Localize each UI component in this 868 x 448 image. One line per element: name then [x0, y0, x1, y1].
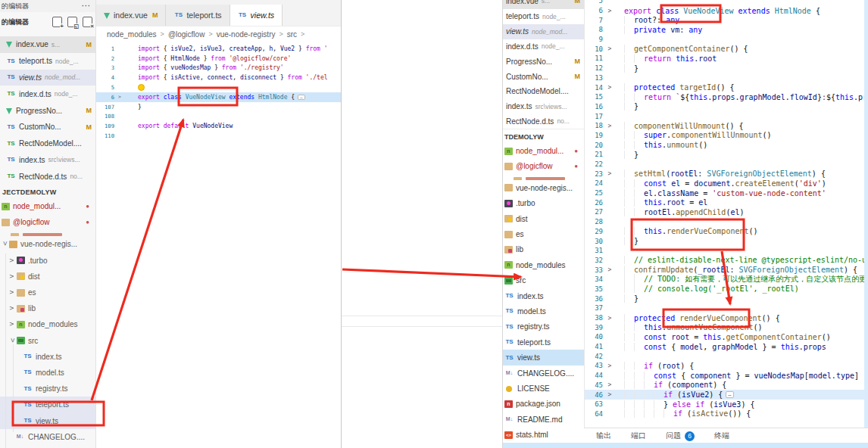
code-line-107[interactable]: 107} — [96, 102, 341, 112]
open-editor-item[interactable]: TSindex.tssrc\views... — [0, 152, 95, 169]
open-editor-item[interactable]: RectNodeModel.... — [503, 84, 584, 99]
tree-item-license[interactable]: LICENSE — [503, 381, 584, 396]
right-code-editor[interactable]: 56>export class VueNodeView extends Html… — [585, 0, 868, 418]
code-line-24[interactable]: 24const el = document.createElement('div… — [585, 179, 868, 188]
open-editor-item[interactable]: ProgressNo...M — [503, 54, 584, 69]
open-editor-item[interactable]: TSRectNode.d.tsno... — [0, 168, 95, 185]
breadcrumb[interactable]: node_modules>@logicflow>vue-node-registr… — [96, 26, 341, 42]
code-line-18[interactable]: 18>componentWillUnmount() { — [585, 121, 868, 131]
tree-item--logicflow[interactable]: @logicflow● — [0, 214, 95, 230]
code-line-38[interactable]: 38>protected renderVueComponent() { — [585, 313, 868, 323]
tree-item-es[interactable]: es — [503, 226, 584, 241]
chevron-right-icon[interactable]: > — [9, 305, 17, 312]
tree-item-vue-node-regis-[interactable]: >vue-node-regis... — [0, 236, 95, 252]
code-line-20[interactable]: 20this.unmount() — [585, 140, 868, 150]
tree-item-node-modul-[interactable]: nnode_modul...● — [503, 143, 584, 158]
tree-item-teleport-ts[interactable]: TSteleport.ts — [503, 334, 584, 350]
code-line-44[interactable]: 44const { component } = vueNodesMap[mode… — [585, 371, 868, 381]
code-line-32[interactable]: 32// eslint-disable-next-line @typescrip… — [585, 256, 868, 266]
code-line-23[interactable]: 23>setHtml(rootEl: SVGForeignObjectEleme… — [585, 169, 868, 179]
tree-item-es[interactable]: >es — [0, 285, 95, 300]
tree-item-vue-node-regis-[interactable]: vue-node-regis... — [503, 180, 584, 195]
code-line-28[interactable]: 28 — [585, 217, 868, 227]
open-editor-item[interactable]: TSview.tsnode_mod... — [0, 70, 95, 86]
code-line-22[interactable]: 22 — [585, 160, 868, 170]
code-line-64[interactable]: 64if (isActive()) { — [585, 409, 868, 419]
code-line-31[interactable]: 31 — [585, 246, 868, 256]
save-all-icon[interactable] — [67, 17, 77, 27]
tab-view-ts[interactable]: TSview.ts — [230, 5, 283, 26]
tree-item-license[interactable]: LICENSE — [0, 445, 95, 448]
code-line-6[interactable]: 6>export class VueNodeView extends HtmlN… — [585, 6, 868, 16]
new-file-icon[interactable] — [52, 17, 62, 27]
code-line-9[interactable]: 9 — [585, 35, 868, 45]
folded-code-ellipsis[interactable]: … — [298, 95, 304, 101]
tree-item-registry-ts[interactable]: TSregistry.ts — [0, 381, 95, 397]
open-editor-item[interactable]: CustomNo...M — [503, 69, 584, 84]
code-line-14[interactable]: 14>protected targetId() { — [585, 82, 868, 92]
tab-index-vue[interactable]: index.vueM — [96, 5, 166, 26]
tree-item-node-modules[interactable]: >nnode_modules — [0, 316, 95, 332]
code-line-27[interactable]: 27rootEl.appendChild(el) — [585, 207, 868, 217]
open-editor-item[interactable]: TSindex.d.tsnode_... — [0, 86, 95, 102]
code-line-2[interactable]: 2import { HtmlNode } from '@logicflow/co… — [96, 54, 341, 64]
open-editor-item[interactable]: index.vues...M — [503, 0, 584, 9]
code-line-108[interactable]: 108 — [96, 112, 341, 122]
code-line-30[interactable]: 30} — [585, 236, 868, 246]
breadcrumb-item[interactable]: vue-node-registry — [217, 30, 276, 39]
code-line-29[interactable]: 29this.renderVueComponent() — [585, 227, 868, 237]
tree-item-changelog-[interactable]: M↓CHANGELOG.... — [503, 366, 584, 381]
fold-chevron-down-icon[interactable]: > — [603, 381, 617, 388]
code-line-5[interactable]: 5 — [585, 0, 868, 6]
code-line-7[interactable]: 7root?: any — [585, 15, 868, 25]
code-line-13[interactable]: 13 — [585, 73, 868, 83]
panel-tab-端口[interactable]: 端口 — [631, 431, 646, 441]
breadcrumb-item[interactable]: src — [287, 30, 297, 39]
tree-item-dist[interactable]: >dist — [0, 269, 95, 285]
tree-item-index-ts[interactable]: TSindex.ts — [503, 288, 584, 303]
chevron-right-icon[interactable]: > — [9, 289, 17, 296]
fold-chevron-right-icon[interactable]: > — [114, 94, 125, 100]
code-line-46[interactable]: 46>if (isVue2) {… — [585, 390, 868, 400]
lightbulb-icon[interactable] — [138, 84, 145, 91]
tree-item-lib[interactable]: >lib — [0, 300, 95, 316]
fold-chevron-down-icon[interactable]: > — [603, 123, 617, 129]
partial-open-editor-row[interactable]: index.vues...M — [503, 0, 584, 9]
code-line-1[interactable]: 1import { isVue2, isVue3, createApp, h, … — [96, 44, 341, 54]
code-line-109[interactable]: 109export default VueNodeView — [96, 121, 341, 131]
code-line-33[interactable]: 33>confirmUpdate(_rootEl: SVGForeignObje… — [585, 265, 868, 275]
left-code-editor[interactable]: 1import { isVue2, isVue3, createApp, h, … — [96, 44, 341, 141]
tree-item-view-ts[interactable]: TSview.ts — [503, 350, 584, 365]
open-editor-item[interactable]: index.vues...M — [0, 36, 95, 53]
code-line-45[interactable]: 45>if (component) { — [585, 381, 868, 390]
code-line-15[interactable]: 15return `${this.props.graphModel.flowId… — [585, 92, 868, 102]
tree-item-src[interactable]: src — [503, 273, 584, 288]
open-editor-item[interactable]: index.d.tsnode_... — [503, 39, 584, 54]
tree-item-lib[interactable]: lib — [503, 242, 584, 257]
chevron-right-icon[interactable]: > — [9, 273, 17, 280]
tree-item-node-modul-[interactable]: nnode_modul...● — [0, 198, 95, 214]
code-line-36[interactable]: 36} — [585, 294, 868, 303]
code-line-35[interactable]: 35// console.log('_rootEl', _rootEl) — [585, 285, 868, 294]
tree-item-stats-html[interactable]: <>stats.html — [503, 427, 584, 442]
breadcrumb-item[interactable]: @logicflow — [168, 30, 205, 39]
tree-item-teleport-ts[interactable]: TSteleport.ts — [0, 397, 95, 412]
open-editor-item[interactable]: TSRectNodeModel.... — [0, 135, 95, 152]
code-line-10[interactable]: 10>getComponentContainer() { — [585, 44, 868, 54]
tree-item--turbo[interactable]: .turbo — [503, 196, 584, 211]
tree-item-model-ts[interactable]: TSmodel.ts — [0, 365, 95, 381]
code-line-21[interactable]: 21} — [585, 150, 868, 160]
fold-chevron-down-icon[interactable]: > — [603, 170, 617, 177]
code-line-8[interactable]: 8private vm: any — [585, 25, 868, 35]
code-line-17[interactable]: 17 — [585, 111, 868, 121]
code-line-3[interactable]: 3import { vueNodesMap } from './registry… — [96, 64, 341, 73]
project-section-header[interactable]: JECTDEMOLYW — [0, 186, 96, 198]
chevron-right-icon[interactable]: > — [9, 321, 17, 328]
code-line-63[interactable]: 63} else if (isVue3) { — [585, 400, 868, 409]
code-line-110[interactable]: 110 — [96, 131, 341, 141]
code-line-6[interactable]: 6>export class VueNodeView extends HtmlN… — [96, 92, 341, 102]
open-editor-item[interactable]: TSteleport.tsnode_... — [0, 53, 95, 70]
code-line-39[interactable]: 39this.unmountVueComponent() — [585, 322, 868, 332]
open-editor-item[interactable]: index.tssrc\views... — [503, 99, 584, 114]
open-editor-item[interactable]: ProgressNo...M — [0, 102, 95, 119]
